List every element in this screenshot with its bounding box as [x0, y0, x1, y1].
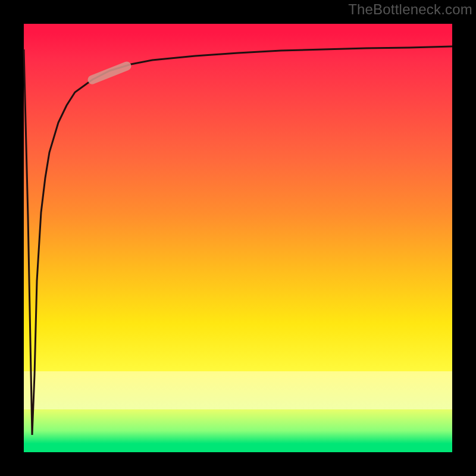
chart-frame: TheBottleneck.com: [0, 0, 476, 476]
highlight-segment: [92, 66, 127, 80]
attribution-text: TheBottleneck.com: [348, 1, 472, 18]
curve-svg: [24, 24, 452, 452]
curve-path: [24, 46, 452, 435]
plot-area: [24, 24, 452, 452]
